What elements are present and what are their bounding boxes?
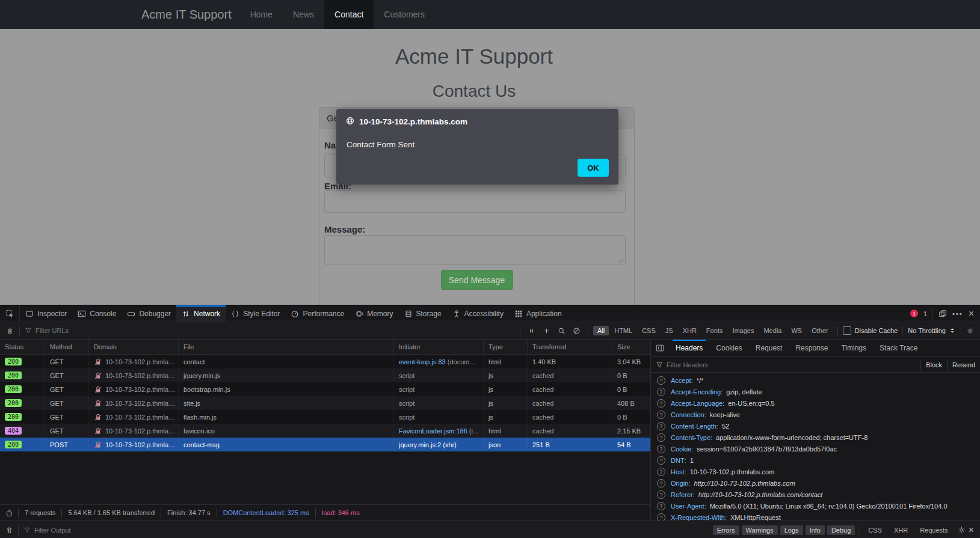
type-filter-all[interactable]: All — [593, 326, 609, 335]
email-input[interactable] — [324, 190, 626, 213]
tab-application[interactable]: Application — [509, 305, 567, 322]
request-row[interactable]: 200POST10-10-73-102.p.thmla…contact-msgj… — [0, 438, 650, 451]
resize-grip-icon[interactable] — [618, 258, 624, 263]
stopwatch-icon[interactable] — [0, 509, 18, 517]
column-header-size[interactable]: Size — [612, 340, 650, 354]
type-filter-fonts[interactable]: Fonts — [702, 326, 727, 335]
details-tab-request[interactable]: Request — [749, 340, 789, 356]
console-filter-debug[interactable]: Debug — [827, 525, 855, 535]
error-badge-icon[interactable]: ! — [910, 310, 918, 317]
details-tab-stack-trace[interactable]: Stack Trace — [873, 340, 924, 356]
tab-memory[interactable]: Memory — [350, 305, 398, 322]
pause-traffic-icon[interactable] — [528, 327, 535, 335]
column-header-transferred[interactable]: Transferred — [528, 340, 612, 354]
request-row[interactable]: 200GET10-10-73-102.p.thmla…flash.min.jss… — [0, 410, 650, 424]
tab-console[interactable]: Console — [72, 305, 122, 322]
message-textarea[interactable] — [324, 235, 626, 265]
header-help-icon[interactable]: ? — [657, 513, 665, 521]
clear-requests-icon[interactable] — [0, 327, 19, 335]
split-pane-toggle-icon[interactable] — [651, 340, 669, 356]
console-toggle-css[interactable]: CSS — [865, 525, 885, 535]
throttling-select[interactable]: No Throttling — [908, 327, 956, 334]
console-filter-info[interactable]: Info — [806, 525, 825, 535]
console-toggle-xhr[interactable]: XHR — [891, 525, 911, 535]
request-row[interactable]: 200GET10-10-73-102.p.thmla…site.jsscript… — [0, 396, 650, 410]
initiator-link[interactable]: event-loop.js:83 — [399, 358, 446, 365]
header-help-icon[interactable]: ? — [657, 479, 665, 488]
tab-network[interactable]: Network — [176, 305, 226, 322]
tab-style-editor[interactable]: Style Editor — [226, 305, 285, 322]
filter-headers-input[interactable]: Filter Headers — [667, 361, 708, 368]
responsive-design-mode-icon[interactable] — [938, 310, 947, 318]
tab-inspector[interactable]: Inspector — [20, 305, 72, 322]
nav-item-contact[interactable]: Contact — [324, 0, 374, 29]
column-header-status[interactable]: Status — [0, 340, 45, 354]
tab-accessibility[interactable]: Accessibility — [447, 305, 509, 322]
column-header-type[interactable]: Type — [484, 340, 528, 354]
initiator-link[interactable]: jquery.min.js:2 (xhr) — [399, 441, 457, 448]
type-filter-js[interactable]: JS — [661, 326, 677, 335]
add-request-icon[interactable] — [543, 327, 550, 335]
type-filter-media[interactable]: Media — [759, 326, 786, 335]
dialog-ok-button[interactable]: OK — [578, 159, 609, 177]
details-tab-headers[interactable]: Headers — [669, 340, 709, 356]
filter-urls-input[interactable]: Filter URLs — [25, 327, 69, 334]
nav-item-customers[interactable]: Customers — [374, 0, 435, 29]
header-colon: : — [704, 503, 706, 510]
tab-performance[interactable]: Performance — [285, 305, 350, 322]
header-help-icon[interactable]: ? — [657, 388, 665, 396]
console-close-icon[interactable]: × — [969, 525, 974, 535]
details-tab-timings[interactable]: Timings — [834, 340, 873, 356]
column-header-method[interactable]: Method — [45, 340, 89, 354]
column-header-initiator[interactable]: Initiator — [394, 340, 484, 354]
details-tab-cookies[interactable]: Cookies — [709, 340, 748, 356]
devtools-close-icon[interactable]: × — [969, 309, 974, 319]
clear-output-icon[interactable] — [0, 526, 18, 534]
type-filter-other[interactable]: Other — [807, 326, 833, 335]
search-icon[interactable] — [558, 327, 566, 335]
block-button[interactable]: Block — [926, 361, 942, 368]
pick-element-icon[interactable] — [0, 305, 20, 322]
header-help-icon[interactable]: ? — [657, 491, 665, 499]
console-filter-warnings[interactable]: Warnings — [742, 525, 778, 535]
type-filter-ws[interactable]: WS — [787, 326, 806, 335]
header-help-icon[interactable]: ? — [657, 468, 665, 476]
network-settings-gear-icon[interactable] — [966, 327, 974, 335]
header-help-icon[interactable]: ? — [657, 433, 665, 442]
header-help-icon[interactable]: ? — [657, 502, 665, 510]
devtools-menu-icon[interactable]: ••• — [952, 310, 963, 317]
type-filter-images[interactable]: Images — [728, 326, 758, 335]
header-help-icon[interactable]: ? — [657, 376, 665, 385]
console-settings-gear-icon[interactable] — [958, 526, 966, 534]
tab-storage[interactable]: Storage — [399, 305, 447, 322]
column-header-file[interactable]: File — [179, 340, 394, 354]
filter-output-input[interactable]: Filter Output — [23, 527, 71, 534]
nav-item-home[interactable]: Home — [240, 0, 283, 29]
column-header-domain[interactable]: Domain — [89, 340, 179, 354]
details-tab-response[interactable]: Response — [789, 340, 834, 356]
type-filter-css[interactable]: CSS — [638, 326, 660, 335]
request-row[interactable]: 200GET10-10-73-102.p.thmla…contactevent-… — [0, 355, 650, 368]
tab-debugger[interactable]: Debugger — [122, 305, 176, 322]
block-request-icon[interactable] — [573, 327, 581, 335]
initiator-link[interactable]: FaviconLoader.jsm:186 — [399, 427, 467, 435]
header-help-icon[interactable]: ? — [657, 411, 665, 419]
send-message-button[interactable]: Send Message — [441, 270, 513, 290]
console-toggle-requests[interactable]: Requests — [917, 525, 951, 535]
header-help-icon[interactable]: ? — [657, 399, 665, 408]
request-row[interactable]: 200GET10-10-73-102.p.thmla…bootstrap.min… — [0, 382, 650, 396]
type-filter-html[interactable]: HTML — [610, 326, 636, 335]
disable-cache-checkbox[interactable]: Disable Cache — [843, 326, 898, 335]
header-help-icon[interactable]: ? — [657, 456, 665, 465]
console-filter-logs[interactable]: Logs — [780, 525, 803, 535]
header-help-icon[interactable]: ? — [657, 422, 665, 430]
navbar-brand[interactable]: Acme IT Support — [141, 0, 232, 29]
type-cell: js — [484, 396, 528, 410]
header-help-icon[interactable]: ? — [657, 445, 665, 453]
resend-button[interactable]: Resend — [952, 361, 975, 368]
nav-item-news[interactable]: News — [283, 0, 324, 29]
request-row[interactable]: 200GET10-10-73-102.p.thmla…jquery.min.js… — [0, 368, 650, 382]
console-filter-errors[interactable]: Errors — [713, 525, 739, 535]
request-row[interactable]: 404GET10-10-73-102.p.thmla…favicon.icoFa… — [0, 424, 650, 438]
type-filter-xhr[interactable]: XHR — [679, 326, 701, 335]
